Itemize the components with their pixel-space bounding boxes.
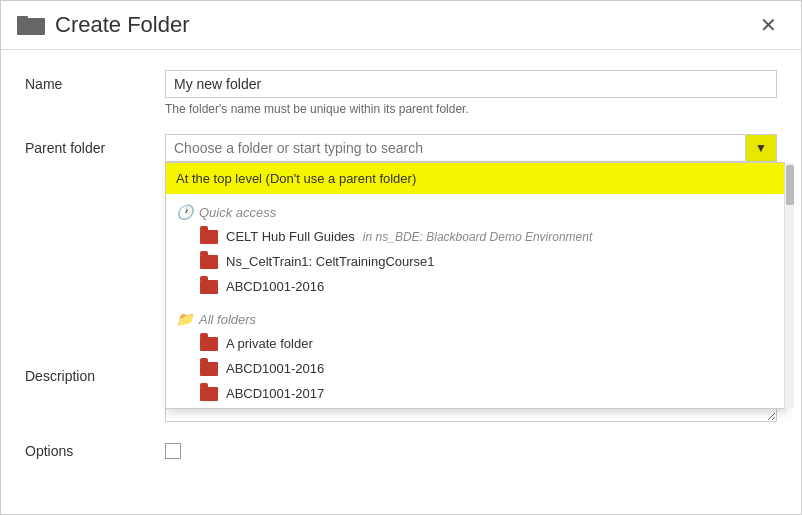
parent-folder-row: Parent folder ▼ At the top level (Don't … — [25, 134, 777, 162]
quick-access-section: 🕐 Quick access CELT Hub Full Guides in n… — [166, 194, 784, 301]
parent-folder-input-wrapper: ▼ — [165, 134, 777, 162]
folder-outline-icon: 📁 — [176, 311, 193, 327]
quick-access-item-name-2: ABCD1001-2016 — [226, 279, 324, 294]
all-folders-item-name-0: A private folder — [226, 336, 313, 351]
all-folders-item-2[interactable]: ABCD1001-2017 — [176, 381, 774, 406]
dialog-header: Create Folder ✕ — [1, 1, 801, 50]
svg-rect-0 — [17, 18, 45, 35]
all-folders-item-name-2: ABCD1001-2017 — [226, 386, 324, 401]
quick-access-item-0[interactable]: CELT Hub Full Guides in ns_BDE: Blackboa… — [176, 224, 774, 249]
clock-icon: 🕐 — [176, 204, 193, 220]
folder-icon — [200, 362, 218, 376]
description-label: Description — [25, 362, 165, 384]
top-level-option[interactable]: At the top level (Don't use a parent fol… — [166, 163, 784, 194]
options-row: Options — [25, 443, 777, 459]
folder-header-icon — [17, 13, 45, 38]
all-folders-item-name-1: ABCD1001-2016 — [226, 361, 324, 376]
parent-folder-wrapper: ▼ At the top level (Don't use a parent f… — [165, 134, 777, 162]
parent-folder-dropdown: At the top level (Don't use a parent fol… — [165, 162, 785, 409]
parent-folder-label: Parent folder — [25, 134, 165, 156]
quick-access-item-1[interactable]: Ns_CeltTrain1: CeltTrainingCourse1 — [176, 249, 774, 274]
folder-icon — [200, 230, 218, 244]
all-folders-item-0[interactable]: A private folder — [176, 331, 774, 356]
all-folders-header: 📁 All folders — [176, 307, 774, 331]
parent-folder-input[interactable] — [165, 134, 777, 162]
options-checkbox[interactable] — [165, 443, 181, 459]
quick-access-item-name-1: Ns_CeltTrain1: CeltTrainingCourse1 — [226, 254, 435, 269]
header-left: Create Folder — [17, 12, 190, 38]
close-button[interactable]: ✕ — [752, 11, 785, 39]
scrollbar[interactable] — [784, 163, 794, 408]
all-folders-section: 📁 All folders A private folder ABCD1001-… — [166, 301, 784, 408]
quick-access-item-name-0: CELT Hub Full Guides — [226, 229, 355, 244]
folder-icon — [200, 337, 218, 351]
name-label: Name — [25, 70, 165, 92]
options-label: Options — [25, 443, 165, 459]
name-hint: The folder's name must be unique within … — [165, 102, 777, 116]
dialog-title: Create Folder — [55, 12, 190, 38]
folder-icon — [200, 255, 218, 269]
folder-icon — [200, 387, 218, 401]
name-field-wrapper: The folder's name must be unique within … — [165, 70, 777, 116]
scrollbar-thumb — [786, 165, 794, 205]
quick-access-label: Quick access — [199, 205, 276, 220]
parent-folder-dropdown-button[interactable]: ▼ — [745, 134, 777, 162]
quick-access-item-secondary-0: in ns_BDE: Blackboard Demo Environment — [363, 230, 592, 244]
quick-access-header: 🕐 Quick access — [176, 200, 774, 224]
name-row: Name The folder's name must be unique wi… — [25, 70, 777, 116]
create-folder-dialog: Create Folder ✕ Name The folder's name m… — [0, 0, 802, 515]
all-folders-item-1[interactable]: ABCD1001-2016 — [176, 356, 774, 381]
quick-access-item-2[interactable]: ABCD1001-2016 — [176, 274, 774, 299]
all-folders-label: All folders — [199, 312, 256, 327]
folder-icon — [200, 280, 218, 294]
dialog-body: Name The folder's name must be unique wi… — [1, 50, 801, 514]
svg-rect-1 — [17, 16, 28, 20]
name-input[interactable] — [165, 70, 777, 98]
